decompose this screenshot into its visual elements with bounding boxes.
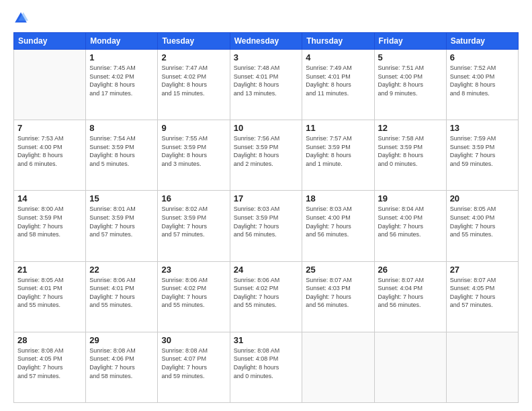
day-info: Sunrise: 7:52 AM Sunset: 4:00 PM Dayligh… xyxy=(450,64,515,97)
calendar-cell: 19Sunrise: 8:04 AM Sunset: 4:00 PM Dayli… xyxy=(374,191,446,261)
calendar-cell: 3Sunrise: 7:48 AM Sunset: 4:01 PM Daylig… xyxy=(230,50,302,120)
day-number: 10 xyxy=(234,123,299,133)
calendar-cell: 17Sunrise: 8:03 AM Sunset: 3:59 PM Dayli… xyxy=(230,191,302,261)
day-header-tuesday: Tuesday xyxy=(158,33,230,50)
day-number: 5 xyxy=(378,52,443,62)
week-row: 21Sunrise: 8:05 AM Sunset: 4:01 PM Dayli… xyxy=(14,261,519,332)
day-info: Sunrise: 8:08 AM Sunset: 4:08 PM Dayligh… xyxy=(234,347,299,380)
calendar-cell: 31Sunrise: 8:08 AM Sunset: 4:08 PM Dayli… xyxy=(230,332,302,402)
day-info: Sunrise: 8:06 AM Sunset: 4:02 PM Dayligh… xyxy=(161,276,226,310)
day-header-wednesday: Wednesday xyxy=(230,33,302,50)
calendar-cell: 16Sunrise: 8:02 AM Sunset: 3:59 PM Dayli… xyxy=(158,191,230,261)
day-number: 16 xyxy=(161,193,226,203)
calendar-cell xyxy=(374,332,446,402)
week-row: 14Sunrise: 8:00 AM Sunset: 3:59 PM Dayli… xyxy=(14,191,519,261)
calendar-cell: 9Sunrise: 7:55 AM Sunset: 3:59 PM Daylig… xyxy=(158,120,230,191)
day-number: 7 xyxy=(17,123,82,133)
day-info: Sunrise: 7:57 AM Sunset: 3:59 PM Dayligh… xyxy=(306,134,370,168)
day-number: 21 xyxy=(17,265,82,275)
calendar-cell: 10Sunrise: 7:56 AM Sunset: 3:59 PM Dayli… xyxy=(230,120,302,191)
day-info: Sunrise: 7:48 AM Sunset: 4:01 PM Dayligh… xyxy=(234,64,299,97)
logo xyxy=(13,11,31,26)
day-info: Sunrise: 7:51 AM Sunset: 4:00 PM Dayligh… xyxy=(378,64,443,97)
calendar: SundayMondayTuesdayWednesdayThursdayFrid… xyxy=(13,32,519,403)
day-number: 29 xyxy=(89,335,154,345)
calendar-cell: 30Sunrise: 8:08 AM Sunset: 4:07 PM Dayli… xyxy=(158,332,230,402)
calendar-cell xyxy=(302,332,374,402)
day-info: Sunrise: 8:07 AM Sunset: 4:03 PM Dayligh… xyxy=(306,276,370,310)
day-number: 15 xyxy=(89,193,154,203)
day-info: Sunrise: 8:03 AM Sunset: 4:00 PM Dayligh… xyxy=(306,205,370,238)
day-info: Sunrise: 7:59 AM Sunset: 3:59 PM Dayligh… xyxy=(450,134,515,168)
calendar-cell: 5Sunrise: 7:51 AM Sunset: 4:00 PM Daylig… xyxy=(374,50,446,120)
day-number: 22 xyxy=(89,265,154,275)
day-number: 8 xyxy=(89,123,154,133)
day-header-friday: Friday xyxy=(374,33,446,50)
day-number: 20 xyxy=(450,193,515,203)
day-number: 2 xyxy=(161,52,226,62)
day-number: 30 xyxy=(161,335,226,345)
day-header-sunday: Sunday xyxy=(14,33,86,50)
calendar-cell: 7Sunrise: 7:53 AM Sunset: 4:00 PM Daylig… xyxy=(14,120,86,191)
day-header-monday: Monday xyxy=(86,33,158,50)
day-info: Sunrise: 8:06 AM Sunset: 4:02 PM Dayligh… xyxy=(234,276,299,310)
day-info: Sunrise: 7:53 AM Sunset: 4:00 PM Dayligh… xyxy=(17,134,82,168)
day-info: Sunrise: 8:07 AM Sunset: 4:04 PM Dayligh… xyxy=(378,276,443,310)
calendar-cell: 12Sunrise: 7:58 AM Sunset: 3:59 PM Dayli… xyxy=(374,120,446,191)
calendar-cell: 27Sunrise: 8:07 AM Sunset: 4:05 PM Dayli… xyxy=(446,261,518,332)
calendar-cell: 6Sunrise: 7:52 AM Sunset: 4:00 PM Daylig… xyxy=(446,50,518,120)
day-number: 14 xyxy=(17,193,82,203)
calendar-cell: 28Sunrise: 8:08 AM Sunset: 4:05 PM Dayli… xyxy=(14,332,86,402)
day-number: 13 xyxy=(450,123,515,133)
day-number: 3 xyxy=(234,52,299,62)
day-number: 12 xyxy=(378,123,443,133)
calendar-cell: 15Sunrise: 8:01 AM Sunset: 3:59 PM Dayli… xyxy=(86,191,158,261)
logo-icon xyxy=(13,11,28,26)
day-number: 19 xyxy=(378,193,443,203)
calendar-cell: 13Sunrise: 7:59 AM Sunset: 3:59 PM Dayli… xyxy=(446,120,518,191)
calendar-cell: 18Sunrise: 8:03 AM Sunset: 4:00 PM Dayli… xyxy=(302,191,374,261)
day-info: Sunrise: 7:56 AM Sunset: 3:59 PM Dayligh… xyxy=(234,134,299,168)
day-info: Sunrise: 8:02 AM Sunset: 3:59 PM Dayligh… xyxy=(161,205,226,238)
calendar-cell: 4Sunrise: 7:49 AM Sunset: 4:01 PM Daylig… xyxy=(302,50,374,120)
day-info: Sunrise: 8:00 AM Sunset: 3:59 PM Dayligh… xyxy=(17,205,82,238)
calendar-cell: 29Sunrise: 8:08 AM Sunset: 4:06 PM Dayli… xyxy=(86,332,158,402)
day-number: 23 xyxy=(161,265,226,275)
day-info: Sunrise: 8:03 AM Sunset: 3:59 PM Dayligh… xyxy=(234,205,299,238)
calendar-cell: 14Sunrise: 8:00 AM Sunset: 3:59 PM Dayli… xyxy=(14,191,86,261)
day-number: 31 xyxy=(234,335,299,345)
day-info: Sunrise: 8:08 AM Sunset: 4:05 PM Dayligh… xyxy=(17,347,82,380)
week-row: 28Sunrise: 8:08 AM Sunset: 4:05 PM Dayli… xyxy=(14,332,519,402)
day-info: Sunrise: 7:47 AM Sunset: 4:02 PM Dayligh… xyxy=(161,64,226,97)
calendar-cell: 22Sunrise: 8:06 AM Sunset: 4:01 PM Dayli… xyxy=(86,261,158,332)
day-number: 25 xyxy=(306,265,370,275)
day-number: 24 xyxy=(234,265,299,275)
day-number: 6 xyxy=(450,52,515,62)
calendar-cell: 11Sunrise: 7:57 AM Sunset: 3:59 PM Dayli… xyxy=(302,120,374,191)
day-number: 26 xyxy=(378,265,443,275)
day-header-thursday: Thursday xyxy=(302,33,374,50)
calendar-cell xyxy=(446,332,518,402)
week-row: 1Sunrise: 7:45 AM Sunset: 4:02 PM Daylig… xyxy=(14,50,519,120)
day-info: Sunrise: 8:01 AM Sunset: 3:59 PM Dayligh… xyxy=(89,205,154,238)
day-info: Sunrise: 8:07 AM Sunset: 4:05 PM Dayligh… xyxy=(450,276,515,310)
day-info: Sunrise: 7:45 AM Sunset: 4:02 PM Dayligh… xyxy=(89,64,154,97)
day-number: 4 xyxy=(306,52,370,62)
day-info: Sunrise: 8:05 AM Sunset: 4:01 PM Dayligh… xyxy=(17,276,82,310)
calendar-cell: 21Sunrise: 8:05 AM Sunset: 4:01 PM Dayli… xyxy=(14,261,86,332)
day-header-saturday: Saturday xyxy=(446,33,518,50)
calendar-cell: 8Sunrise: 7:54 AM Sunset: 3:59 PM Daylig… xyxy=(86,120,158,191)
day-info: Sunrise: 7:49 AM Sunset: 4:01 PM Dayligh… xyxy=(306,64,370,97)
day-number: 17 xyxy=(234,193,299,203)
day-number: 28 xyxy=(17,335,82,345)
day-info: Sunrise: 8:08 AM Sunset: 4:06 PM Dayligh… xyxy=(89,347,154,380)
calendar-cell: 25Sunrise: 8:07 AM Sunset: 4:03 PM Dayli… xyxy=(302,261,374,332)
day-number: 27 xyxy=(450,265,515,275)
day-info: Sunrise: 8:08 AM Sunset: 4:07 PM Dayligh… xyxy=(161,347,226,380)
day-number: 11 xyxy=(306,123,370,133)
day-info: Sunrise: 7:54 AM Sunset: 3:59 PM Dayligh… xyxy=(89,134,154,168)
day-info: Sunrise: 7:55 AM Sunset: 3:59 PM Dayligh… xyxy=(161,134,226,168)
day-number: 1 xyxy=(89,52,154,62)
calendar-cell xyxy=(14,50,86,120)
day-info: Sunrise: 8:04 AM Sunset: 4:00 PM Dayligh… xyxy=(378,205,443,238)
